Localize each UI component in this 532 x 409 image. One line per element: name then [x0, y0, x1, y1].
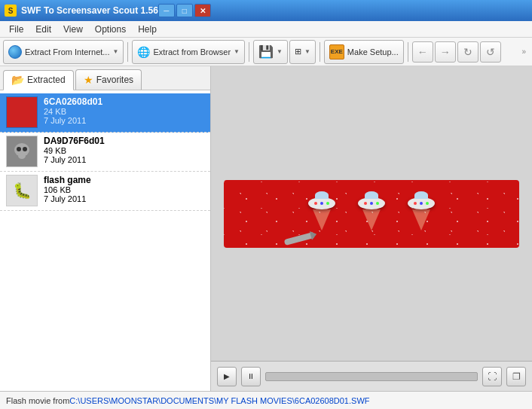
- ufo-lights: [364, 202, 379, 205]
- file-list: 6CA02608d01 24 KB 7 July 2011: [0, 90, 210, 391]
- toolbar-separator-4: [408, 42, 408, 62]
- nav-stop-button[interactable]: ↺: [480, 41, 501, 63]
- menu-options[interactable]: Options: [89, 23, 132, 36]
- toolbar-separator-1: [127, 42, 128, 62]
- file-name: flash game: [44, 175, 204, 185]
- status-path: C:\USERS\MOONSTAR\DOCUMENTS\MY FLASH MOV…: [69, 396, 369, 405]
- menu-help[interactable]: Help: [132, 23, 163, 36]
- globe-icon: [8, 45, 22, 59]
- ufo-beam: [313, 209, 331, 230]
- menu-edit[interactable]: Edit: [29, 23, 57, 36]
- file-item[interactable]: 6CA02608d01 24 KB 7 July 2011: [0, 93, 210, 133]
- tab-favorites[interactable]: ★ Favorites: [75, 69, 142, 90]
- file-thumbnail: [6, 136, 38, 167]
- file-date: 7 July 2011: [44, 194, 204, 203]
- ufo-3: [408, 197, 435, 230]
- status-label: Flash movie from: [6, 396, 69, 405]
- file-thumbnail: 🐛: [6, 175, 38, 206]
- ufo-light: [370, 202, 373, 205]
- nav-refresh-button[interactable]: ↻: [457, 41, 478, 63]
- toolbar: Extract From Internet... ▼ 🌐 Extract fro…: [0, 38, 532, 66]
- save-icon: 💾: [258, 44, 274, 59]
- minimize-button[interactable]: ─: [158, 4, 175, 17]
- ufo-light: [364, 202, 367, 205]
- ufo-light: [376, 202, 379, 205]
- player-controls: ▶ ⏸ ⛶ ❐: [211, 361, 532, 391]
- title-icon: S: [5, 5, 17, 17]
- ufo-light: [320, 202, 323, 205]
- play-button[interactable]: ▶: [217, 367, 237, 386]
- view-dropdown-arrow: ▼: [304, 48, 310, 55]
- ufo-body: [358, 197, 385, 209]
- ufo-light: [414, 202, 417, 205]
- folder-icon: 📂: [11, 74, 24, 86]
- view-button[interactable]: ⊞ ▼: [289, 40, 316, 64]
- ufo-body: [408, 197, 435, 209]
- title-controls: ─ □ ✕: [158, 4, 211, 17]
- file-size: 49 KB: [44, 146, 204, 155]
- file-date: 7 July 2011: [44, 155, 204, 164]
- title-bar: S SWF To Screensaver Scout 1.56 ─ □ ✕: [0, 0, 532, 21]
- maximize-button[interactable]: □: [176, 4, 193, 17]
- close-button[interactable]: ✕: [194, 4, 211, 17]
- ufo-light: [426, 202, 429, 205]
- ufo-dome: [315, 191, 329, 199]
- ufo-light: [420, 202, 423, 205]
- svg-point-2: [23, 147, 27, 151]
- svg-point-3: [18, 153, 26, 159]
- file-info: DA9D76F6d01 49 KB 7 July 2011: [44, 136, 204, 164]
- toolbar-overflow[interactable]: »: [518, 46, 529, 57]
- right-panel: ▶ ⏸ ⛶ ❐: [211, 66, 532, 391]
- nav-forward-button[interactable]: →: [435, 41, 456, 63]
- save-dropdown-arrow: ▼: [277, 48, 283, 55]
- svg-point-1: [17, 147, 21, 151]
- grid-icon: ⊞: [295, 47, 301, 56]
- restore-button[interactable]: ❐: [506, 367, 526, 386]
- left-panel: 📂 Extracted ★ Favorites 6CA02608d01 24 K…: [0, 66, 211, 391]
- menu-file[interactable]: File: [3, 23, 29, 36]
- progress-bar[interactable]: [265, 372, 478, 381]
- extract-internet-button[interactable]: Extract From Internet... ▼: [3, 40, 124, 64]
- extract-browser-button[interactable]: 🌐 Extract from Browser ▼: [132, 40, 245, 64]
- file-name: 6CA02608d01: [44, 96, 204, 107]
- extract-internet-dropdown-arrow: ▼: [112, 48, 118, 55]
- ufo-light: [314, 202, 317, 205]
- file-item[interactable]: DA9D76F6d01 49 KB 7 July 2011: [0, 133, 210, 172]
- preview-area: [211, 66, 532, 361]
- pause-button[interactable]: ⏸: [241, 367, 261, 386]
- tabs: 📂 Extracted ★ Favorites: [0, 66, 210, 90]
- fullscreen-button[interactable]: ⛶: [482, 367, 502, 386]
- file-date: 7 July 2011: [44, 116, 204, 125]
- ufo-beam: [362, 209, 381, 230]
- toolbar-separator-2: [249, 42, 249, 62]
- toolbar-separator-3: [320, 42, 320, 62]
- ufo-body: [308, 197, 335, 209]
- file-item[interactable]: 🐛 flash game 106 KB 7 July 2011: [0, 172, 210, 211]
- file-info: 6CA02608d01 24 KB 7 July 2011: [44, 96, 204, 125]
- main-area: 📂 Extracted ★ Favorites 6CA02608d01 24 K…: [0, 66, 532, 391]
- title-text: SWF To Screensaver Scout 1.56: [21, 5, 158, 16]
- flash-preview: [224, 180, 519, 248]
- make-setup-button[interactable]: EXE Make Setup...: [324, 40, 404, 64]
- save-button[interactable]: 💾 ▼: [253, 40, 288, 64]
- ufo-1: [308, 197, 335, 230]
- ufo-container: [308, 197, 435, 230]
- nav-back-button[interactable]: ←: [412, 41, 433, 63]
- file-name: DA9D76F6d01: [44, 136, 204, 146]
- browser-icon: 🌐: [137, 46, 150, 58]
- tab-extracted[interactable]: 📂 Extracted: [3, 70, 74, 90]
- file-size: 24 KB: [44, 107, 204, 116]
- ufo-light: [326, 202, 329, 205]
- menu-bar: File Edit View Options Help: [0, 21, 532, 38]
- rocket: [284, 231, 315, 245]
- file-info: flash game 106 KB 7 July 2011: [44, 175, 204, 203]
- extract-browser-dropdown-arrow: ▼: [234, 48, 240, 55]
- ufo-dome: [365, 191, 378, 199]
- status-bar: Flash movie from C:\USERS\MOONSTAR\DOCUM…: [0, 391, 532, 409]
- ufo-dome: [414, 191, 428, 199]
- ufo-lights: [314, 202, 329, 205]
- ufo-lights: [414, 202, 429, 205]
- ufo-2: [358, 197, 385, 230]
- menu-view[interactable]: View: [57, 23, 89, 36]
- ufo-beam: [412, 209, 430, 230]
